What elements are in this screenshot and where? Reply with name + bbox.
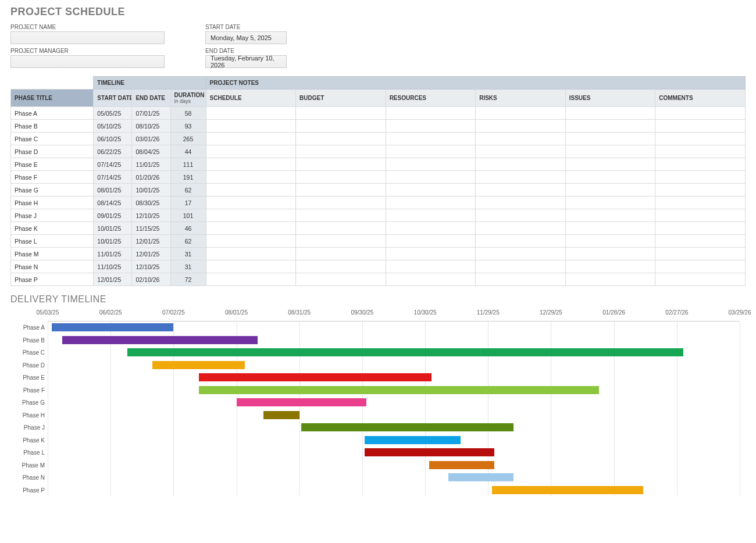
cell-phase[interactable]: Phase E: [11, 158, 94, 171]
cell-risks[interactable]: [476, 197, 566, 209]
cell-issues[interactable]: [565, 209, 655, 222]
cell-duration[interactable]: 265: [170, 133, 206, 145]
cell-schedule[interactable]: [206, 235, 296, 248]
cell-schedule[interactable]: [206, 120, 296, 133]
cell-start[interactable]: 08/01/25: [94, 184, 132, 197]
cell-resources[interactable]: [386, 184, 476, 197]
cell-schedule[interactable]: [206, 171, 296, 184]
cell-schedule[interactable]: [206, 158, 296, 171]
cell-start[interactable]: 12/01/25: [94, 273, 132, 286]
cell-resources[interactable]: [386, 133, 476, 145]
cell-issues[interactable]: [565, 145, 655, 158]
cell-end[interactable]: 02/10/26: [132, 273, 170, 286]
cell-end[interactable]: 12/01/25: [132, 248, 170, 260]
cell-budget[interactable]: [296, 107, 386, 120]
cell-budget[interactable]: [296, 260, 386, 273]
cell-duration[interactable]: 17: [170, 197, 206, 209]
cell-end[interactable]: 08/30/25: [132, 197, 170, 209]
cell-resources[interactable]: [386, 273, 476, 286]
cell-resources[interactable]: [386, 145, 476, 158]
cell-duration[interactable]: 111: [170, 158, 206, 171]
cell-duration[interactable]: 191: [170, 171, 206, 184]
cell-end[interactable]: 01/20/26: [132, 171, 170, 184]
cell-phase[interactable]: Phase F: [11, 171, 94, 184]
cell-budget[interactable]: [296, 145, 386, 158]
cell-comments[interactable]: [655, 235, 746, 248]
cell-comments[interactable]: [655, 133, 746, 145]
cell-budget[interactable]: [296, 120, 386, 133]
cell-duration[interactable]: 62: [170, 184, 206, 197]
cell-resources[interactable]: [386, 171, 476, 184]
cell-duration[interactable]: 58: [170, 107, 206, 120]
cell-phase[interactable]: Phase K: [11, 222, 94, 235]
cell-comments[interactable]: [655, 107, 746, 120]
cell-end[interactable]: 10/01/25: [132, 184, 170, 197]
cell-resources[interactable]: [386, 107, 476, 120]
cell-comments[interactable]: [655, 184, 746, 197]
cell-phase[interactable]: Phase A: [11, 107, 94, 120]
cell-duration[interactable]: 46: [170, 222, 206, 235]
cell-start[interactable]: 11/01/25: [94, 248, 132, 260]
cell-risks[interactable]: [476, 133, 566, 145]
cell-phase[interactable]: Phase L: [11, 235, 94, 248]
cell-end[interactable]: 11/01/25: [132, 158, 170, 171]
cell-phase[interactable]: Phase C: [11, 133, 94, 145]
end-date-field[interactable]: Tuesday, February 10, 2026: [205, 55, 287, 68]
cell-risks[interactable]: [476, 145, 566, 158]
cell-duration[interactable]: 72: [170, 273, 206, 286]
cell-budget[interactable]: [296, 222, 386, 235]
cell-resources[interactable]: [386, 222, 476, 235]
cell-phase[interactable]: Phase M: [11, 248, 94, 260]
cell-start[interactable]: 10/01/25: [94, 222, 132, 235]
cell-comments[interactable]: [655, 171, 746, 184]
cell-start[interactable]: 08/14/25: [94, 197, 132, 209]
cell-start[interactable]: 07/14/25: [94, 171, 132, 184]
cell-budget[interactable]: [296, 197, 386, 209]
cell-budget[interactable]: [296, 133, 386, 145]
cell-phase[interactable]: Phase H: [11, 197, 94, 209]
cell-duration[interactable]: 44: [170, 145, 206, 158]
cell-start[interactable]: 05/05/25: [94, 107, 132, 120]
start-date-field[interactable]: Monday, May 5, 2025: [205, 31, 287, 44]
cell-start[interactable]: 11/10/25: [94, 260, 132, 273]
cell-schedule[interactable]: [206, 145, 296, 158]
cell-schedule[interactable]: [206, 248, 296, 260]
cell-duration[interactable]: 93: [170, 120, 206, 133]
cell-resources[interactable]: [386, 260, 476, 273]
cell-issues[interactable]: [565, 184, 655, 197]
cell-issues[interactable]: [565, 171, 655, 184]
cell-phase[interactable]: Phase G: [11, 184, 94, 197]
cell-risks[interactable]: [476, 248, 566, 260]
cell-comments[interactable]: [655, 248, 746, 260]
cell-issues[interactable]: [565, 197, 655, 209]
cell-risks[interactable]: [476, 120, 566, 133]
cell-end[interactable]: 03/01/26: [132, 133, 170, 145]
cell-resources[interactable]: [386, 120, 476, 133]
cell-risks[interactable]: [476, 107, 566, 120]
cell-issues[interactable]: [565, 222, 655, 235]
cell-end[interactable]: 12/10/25: [132, 209, 170, 222]
cell-phase[interactable]: Phase P: [11, 273, 94, 286]
cell-phase[interactable]: Phase D: [11, 145, 94, 158]
cell-comments[interactable]: [655, 222, 746, 235]
cell-schedule[interactable]: [206, 107, 296, 120]
cell-comments[interactable]: [655, 209, 746, 222]
cell-resources[interactable]: [386, 248, 476, 260]
cell-start[interactable]: 06/22/25: [94, 145, 132, 158]
cell-budget[interactable]: [296, 248, 386, 260]
cell-phase[interactable]: Phase J: [11, 209, 94, 222]
cell-risks[interactable]: [476, 209, 566, 222]
cell-start[interactable]: 07/14/25: [94, 158, 132, 171]
cell-duration[interactable]: 62: [170, 235, 206, 248]
cell-budget[interactable]: [296, 184, 386, 197]
cell-duration[interactable]: 31: [170, 248, 206, 260]
cell-end[interactable]: 08/04/25: [132, 145, 170, 158]
cell-schedule[interactable]: [206, 184, 296, 197]
cell-schedule[interactable]: [206, 133, 296, 145]
cell-end[interactable]: 08/10/25: [132, 120, 170, 133]
cell-risks[interactable]: [476, 222, 566, 235]
cell-budget[interactable]: [296, 235, 386, 248]
cell-phase[interactable]: Phase N: [11, 260, 94, 273]
cell-start[interactable]: 09/01/25: [94, 209, 132, 222]
cell-issues[interactable]: [565, 133, 655, 145]
